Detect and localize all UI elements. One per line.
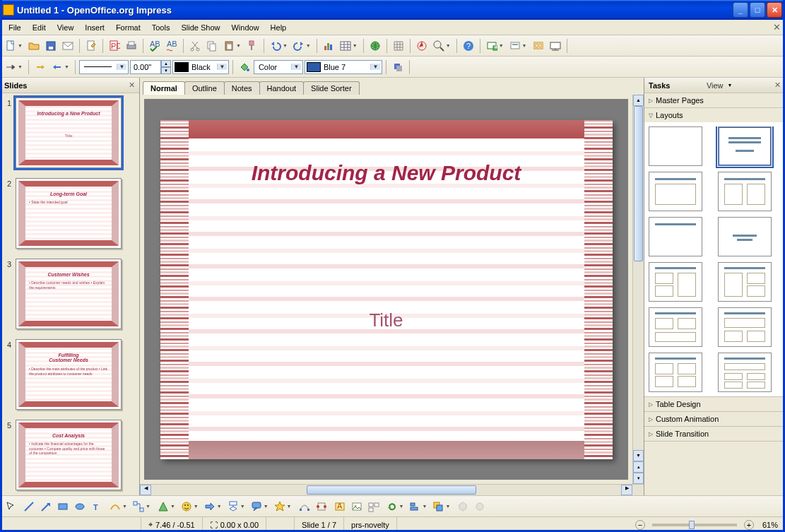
line-color-combo[interactable]: Black ▼ [172, 60, 229, 74]
zoom-button[interactable]: ▼ [431, 38, 453, 54]
flowchart-tool[interactable]: ▼ [225, 499, 247, 514]
table-button[interactable]: ▼ [338, 38, 360, 54]
symbol-shapes-tool[interactable]: ▼ [179, 499, 201, 514]
layout-centered-text[interactable] [718, 217, 772, 256]
ellipse-tool[interactable] [72, 499, 88, 514]
shadow-button[interactable] [390, 59, 406, 75]
layout-4content[interactable] [649, 353, 702, 392]
stars-tool[interactable]: ▼ [272, 499, 294, 514]
gallery-tool[interactable] [366, 499, 382, 514]
task-section-slidetransition[interactable]: ▷Slide Transition [644, 427, 785, 442]
slide-subtitle-text[interactable]: Title [160, 309, 613, 331]
help-button[interactable]: ? [461, 38, 476, 54]
text-tool[interactable]: T [89, 499, 105, 514]
align-tool[interactable]: ▼ [407, 499, 429, 514]
horizontal-scroll-thumb[interactable] [307, 485, 476, 495]
select-tool[interactable] [3, 499, 18, 514]
tasks-view-menu[interactable]: View [707, 81, 724, 90]
slides-panel-close-button[interactable]: ✕ [129, 81, 135, 90]
line-tool[interactable] [21, 499, 37, 514]
slideshow-button[interactable] [548, 38, 563, 54]
line-endpoint1-button[interactable] [33, 59, 48, 75]
fill-mode-combo[interactable]: Color▼ [254, 60, 303, 74]
slide-thumb-4[interactable]: 4 Fulfilling Customer Needs • Describe t… [7, 339, 132, 410]
callouts-tool[interactable]: ▼ [249, 499, 271, 514]
layout-title[interactable] [718, 126, 772, 166]
tasks-panel-close-button[interactable]: ✕ [774, 81, 781, 90]
rectangle-tool[interactable] [55, 499, 71, 514]
layout-top2-bottom1[interactable] [649, 307, 702, 347]
connector-tool[interactable]: ▼ [131, 499, 153, 514]
layout-title-content[interactable] [649, 172, 702, 211]
rotate-tool[interactable]: ▼ [384, 499, 406, 514]
slide-title-text[interactable]: Introducing a New Product [160, 161, 613, 185]
scroll-right-button[interactable]: ▶ [621, 485, 632, 495]
new-document-button[interactable]: ▼ [3, 38, 25, 54]
points-edit-tool[interactable] [297, 499, 312, 514]
task-section-customanimation[interactable]: ▷Custom Animation [644, 412, 785, 427]
next-slide-button[interactable]: ▾ [633, 473, 644, 484]
layout-6content[interactable] [718, 353, 772, 392]
window-close-button[interactable]: ✕ [767, 2, 782, 18]
edit-file-button[interactable] [83, 38, 99, 54]
layout-top1-bottom2[interactable] [718, 307, 772, 347]
tab-normal[interactable]: Normal [143, 81, 185, 95]
zoom-slider[interactable] [652, 524, 737, 526]
tab-handout[interactable]: Handout [259, 81, 305, 95]
basic-shapes-tool[interactable]: ▼ [155, 499, 177, 514]
print-button[interactable] [124, 38, 139, 54]
layout-title-only[interactable] [649, 217, 702, 256]
export-pdf-button[interactable]: PDF [107, 38, 122, 54]
email-button[interactable] [60, 38, 76, 54]
menu-file[interactable]: File [3, 22, 27, 33]
tab-notes[interactable]: Notes [224, 81, 260, 95]
layout-blank[interactable] [649, 126, 702, 166]
auto-spellcheck-button[interactable]: ABC [164, 38, 179, 54]
navigator-button[interactable] [414, 38, 430, 54]
scroll-left-button[interactable]: ◀ [140, 485, 151, 495]
menu-insert[interactable]: Insert [79, 22, 110, 33]
slides-list[interactable]: 1 Introducing a New Product Title 2 Long… [0, 93, 139, 495]
menu-view[interactable]: View [52, 22, 80, 33]
hyperlink-button[interactable] [367, 38, 383, 54]
spellcheck-button[interactable]: ABC [147, 38, 163, 54]
fontwork-tool[interactable]: A [332, 499, 348, 514]
prev-slide-button[interactable]: ▴ [633, 461, 644, 473]
layouts-header[interactable]: ▽Layouts [644, 108, 785, 122]
tab-slidesorter[interactable]: Slide Sorter [303, 81, 359, 95]
menu-help[interactable]: Help [265, 22, 293, 33]
save-button[interactable] [43, 38, 59, 54]
cut-button[interactable] [187, 38, 203, 54]
scroll-up-button[interactable]: ▲ [633, 95, 644, 106]
zoom-in-button[interactable]: + [744, 520, 754, 530]
spin-up[interactable]: ▲ [161, 60, 171, 67]
slide-thumb-1[interactable]: 1 Introducing a New Product Title [7, 97, 132, 168]
slide-thumb-5[interactable]: 5 Cost Analysis • Indicate the financial… [7, 420, 132, 490]
redo-button[interactable]: ▼ [291, 38, 313, 54]
layout-2x2-a[interactable] [649, 262, 702, 302]
gluepoints-tool[interactable] [314, 499, 329, 514]
extrusion-tool[interactable] [455, 499, 471, 514]
horizontal-scrollbar[interactable]: ◀ ▶ [140, 484, 644, 495]
from-file-tool[interactable] [349, 499, 365, 514]
fill-bucket-button[interactable] [237, 59, 252, 75]
format-paintbrush-button[interactable] [244, 38, 260, 54]
scroll-down-button[interactable]: ▼ [633, 450, 644, 461]
menu-edit[interactable]: Edit [27, 22, 52, 33]
window-minimize-button[interactable]: _ [733, 2, 748, 18]
slide-layout-button[interactable] [531, 38, 546, 54]
arrange-tool[interactable]: ▼ [430, 499, 452, 514]
line-width-spinner[interactable]: ▲▼ [130, 60, 171, 74]
spin-down[interactable]: ▼ [161, 67, 171, 74]
fill-color-combo[interactable]: Blue 7 ▼ [305, 60, 382, 74]
document-close-button[interactable]: ✕ [773, 22, 781, 32]
tab-outline[interactable]: Outline [184, 81, 225, 95]
vertical-scroll-thumb[interactable] [634, 106, 643, 261]
line-endpoint2-button[interactable]: ▼ [49, 59, 71, 75]
curve-tool[interactable]: ▼ [107, 499, 129, 514]
line-style-combo[interactable]: ▼ [79, 60, 129, 74]
layout-title-2content[interactable] [718, 172, 772, 211]
insert-slide-button[interactable]: +▼ [484, 38, 506, 54]
zoom-out-button[interactable]: − [635, 520, 645, 530]
vertical-scrollbar[interactable]: ▲ ▼ ▴ ▾ [632, 95, 644, 484]
